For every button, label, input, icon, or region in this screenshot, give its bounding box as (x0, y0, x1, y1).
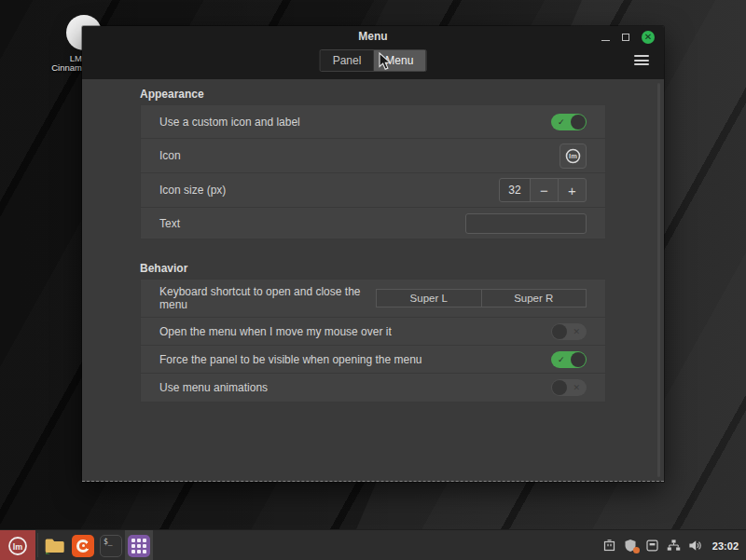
open-on-hover-toggle[interactable]: ✕ (551, 323, 587, 340)
svg-text:lm: lm (13, 541, 23, 551)
menu-animations-toggle[interactable]: ✕ (551, 379, 587, 396)
mint-menu-button[interactable]: lm (0, 530, 35, 560)
keybinding-buttons: Super L Super R (376, 289, 587, 307)
terminal-icon: $_ (100, 535, 122, 557)
firefox-launcher[interactable] (69, 530, 97, 560)
files-launcher[interactable] (41, 530, 69, 560)
update-manager-shield-icon[interactable] (624, 539, 638, 553)
shortcut-button-super-r[interactable]: Super R (481, 289, 587, 307)
removable-media-icon[interactable] (645, 539, 659, 553)
increase-button[interactable]: + (558, 178, 587, 202)
decrease-button[interactable]: − (530, 178, 559, 202)
cross-mark-icon: ✕ (573, 379, 580, 396)
setting-row-text: Text (141, 207, 605, 239)
firefox-icon (72, 535, 94, 557)
behavior-settings-group: Keyboard shortcut to open and close the … (140, 279, 606, 403)
titlebar[interactable]: Menu ✕ Panel Menu (82, 26, 664, 79)
close-icon[interactable]: ✕ (642, 31, 655, 44)
check-mark-icon: ✓ (558, 114, 565, 130)
setting-row-keyboard-shortcut: Keyboard shortcut to open and close the … (141, 280, 605, 317)
svg-text:lm: lm (569, 152, 577, 160)
setting-label: Force the panel to be visible when openi… (159, 353, 422, 366)
setting-row-icon: Icon lm (141, 138, 605, 172)
section-heading-behavior: Behavior (140, 262, 187, 275)
scrollbar[interactable] (657, 83, 660, 477)
setting-label: Open the menu when I move my mouse over … (159, 325, 392, 338)
settings-page: Appearance Use a custom icon and label ✓… (82, 79, 664, 481)
mint-logo-icon: lm (7, 536, 28, 556)
icon-size-value[interactable]: 32 (499, 178, 531, 202)
section-heading-appearance: Appearance (140, 88, 204, 101)
setting-row-menu-animations: Use menu animations ✕ (141, 373, 605, 402)
terminal-launcher[interactable]: $_ (97, 530, 125, 560)
app-grid-launcher[interactable] (125, 530, 153, 560)
toggle-knob (552, 380, 567, 395)
setting-label: Use menu animations (159, 381, 268, 394)
package-icon[interactable] (602, 539, 616, 553)
window-title: Menu (82, 30, 664, 43)
taskbar: lm $_ (0, 529, 746, 560)
tab-switcher: Panel Menu (320, 49, 427, 72)
folder-icon (44, 535, 66, 557)
setting-row-icon-size: Icon size (px) 32 − + (141, 172, 605, 207)
system-tray: 23:02 (602, 530, 739, 560)
setting-label: Icon (159, 149, 181, 162)
window-controls: ✕ (601, 29, 655, 46)
volume-icon[interactable] (688, 539, 702, 553)
mint-logo-icon: lm (565, 148, 581, 164)
clock[interactable]: 23:02 (712, 540, 739, 552)
desktop-screen: LM Cinnam Menu ✕ Panel Menu Appearance U… (0, 0, 746, 560)
maximize-icon[interactable] (622, 34, 629, 41)
custom-icon-toggle[interactable]: ✓ (551, 114, 587, 130)
hamburger-menu-icon[interactable] (634, 55, 649, 65)
toggle-knob (571, 352, 586, 367)
icon-picker-button[interactable]: lm (560, 143, 587, 169)
taskbar-separator (37, 533, 38, 557)
menu-settings-window: Menu ✕ Panel Menu Appearance Use a custo… (82, 26, 664, 482)
toggle-knob (571, 115, 586, 130)
menu-text-input[interactable] (465, 213, 587, 234)
setting-label: Text (159, 217, 180, 230)
cross-mark-icon: ✕ (573, 323, 580, 340)
app-grid-icon (128, 535, 150, 557)
force-panel-visible-toggle[interactable]: ✓ (551, 351, 587, 368)
shortcut-button-super-l[interactable]: Super L (376, 289, 482, 307)
appearance-settings-group: Use a custom icon and label ✓ Icon lm (140, 104, 606, 239)
toggle-knob (552, 324, 567, 339)
minimize-icon[interactable] (601, 40, 610, 41)
setting-label: Keyboard shortcut to open and close the … (159, 285, 376, 311)
setting-row-open-on-hover: Open the menu when I move my mouse over … (141, 317, 605, 345)
mouse-cursor (379, 52, 392, 75)
desktop-shortcut-label-line2: Cinnam (0, 63, 82, 73)
setting-row-force-panel-visible: Force the panel to be visible when openi… (141, 345, 605, 373)
network-icon[interactable] (667, 539, 681, 553)
tab-panel[interactable]: Panel (321, 50, 374, 71)
setting-label: Icon size (px) (159, 184, 226, 197)
icon-size-spinner: 32 − + (499, 178, 587, 202)
desktop-shortcut-label[interactable]: LM Cinnam (0, 54, 83, 73)
setting-label: Use a custom icon and label (159, 116, 300, 129)
setting-row-custom-icon-label: Use a custom icon and label ✓ (141, 105, 605, 138)
taskbar-launchers: $_ (41, 530, 153, 560)
updates-available-badge (633, 547, 640, 553)
check-mark-icon: ✓ (558, 351, 565, 368)
